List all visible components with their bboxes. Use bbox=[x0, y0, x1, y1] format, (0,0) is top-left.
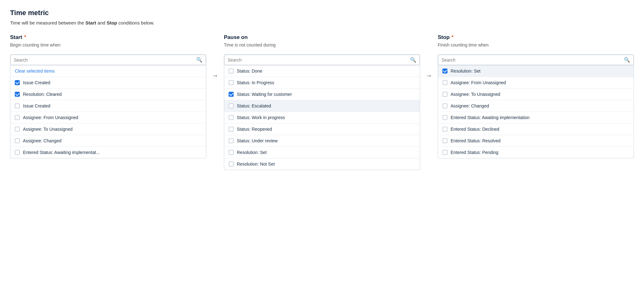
pause-search-input[interactable] bbox=[228, 58, 410, 63]
start-title: Start bbox=[10, 34, 22, 41]
stop-search-icon[interactable]: 🔍 bbox=[624, 57, 630, 63]
stop-checkbox-7[interactable] bbox=[442, 150, 447, 155]
page-subtitle: Time will be measured between the Start … bbox=[10, 20, 634, 25]
stop-checkbox-1[interactable] bbox=[442, 80, 447, 85]
stop-checkbox-3[interactable] bbox=[442, 103, 447, 108]
start-required: * bbox=[24, 35, 26, 40]
start-search-icon[interactable]: 🔍 bbox=[196, 57, 203, 63]
stop-required: * bbox=[452, 35, 453, 40]
pause-checkbox-4[interactable] bbox=[229, 115, 234, 120]
pause-item-6[interactable]: Status: Under review bbox=[224, 135, 420, 147]
start-item-6[interactable]: Entered Status: Awaiting implementat... bbox=[10, 147, 206, 158]
stop-item-2[interactable]: Assignee: To Unassigned bbox=[438, 89, 634, 100]
pause-checkbox-1[interactable] bbox=[229, 80, 234, 85]
stop-search-input[interactable] bbox=[441, 58, 624, 63]
pause-to-stop-arrow: → bbox=[420, 72, 438, 79]
start-list: Clear selected items Issue Created Resol… bbox=[10, 65, 206, 158]
start-checkbox-1[interactable] bbox=[15, 92, 20, 97]
start-search-input[interactable] bbox=[14, 58, 196, 63]
stop-item-label-5: Entered Status: Declined bbox=[451, 127, 499, 132]
pause-title: Pause on bbox=[224, 34, 248, 41]
pause-search-icon[interactable]: 🔍 bbox=[410, 57, 416, 63]
stop-description: Finish counting time when bbox=[438, 42, 634, 49]
start-header: Start * bbox=[10, 34, 206, 41]
start-checkbox-5[interactable] bbox=[15, 138, 20, 143]
pause-checkbox-2[interactable] bbox=[229, 92, 234, 97]
start-to-pause-arrow: → bbox=[206, 72, 224, 79]
start-search-container: 🔍 bbox=[10, 54, 206, 65]
pause-item-3[interactable]: Status: Escalated bbox=[224, 100, 420, 112]
stop-item-label-6: Entered Status: Resolved bbox=[451, 138, 501, 143]
pause-search-box: 🔍 bbox=[224, 55, 420, 65]
start-item-0[interactable]: Issue Created bbox=[10, 77, 206, 89]
pause-header: Pause on bbox=[224, 34, 420, 41]
start-item-2[interactable]: Issue Created bbox=[10, 100, 206, 112]
pause-item-label-8: Resolution: Not Set bbox=[237, 162, 275, 167]
start-item-label-4: Assignee: To Unassigned bbox=[23, 127, 73, 132]
pause-checkbox-5[interactable] bbox=[229, 127, 234, 132]
stop-item-4[interactable]: Entered Status: Awaiting implementation bbox=[438, 112, 634, 123]
start-item-3[interactable]: Assignee: From Unassigned bbox=[10, 112, 206, 123]
start-item-4[interactable]: Assignee: To Unassigned bbox=[10, 123, 206, 135]
start-description: Begin counting time when bbox=[10, 42, 206, 49]
start-item-label-2: Issue Created bbox=[23, 103, 50, 108]
start-checkbox-6[interactable] bbox=[15, 150, 20, 155]
pause-item-7[interactable]: Resolution: Set bbox=[224, 147, 420, 158]
stop-search-box: 🔍 bbox=[438, 55, 634, 65]
pause-checkbox-6[interactable] bbox=[229, 138, 234, 143]
stop-item-3[interactable]: Assignee: Changed bbox=[438, 100, 634, 112]
pause-checkbox-3[interactable] bbox=[229, 103, 234, 108]
pause-item-8[interactable]: Resolution: Not Set bbox=[224, 158, 420, 170]
pause-item-label-2: Status: Waiting for customer bbox=[237, 92, 292, 97]
start-item-label-1: Resolution: Cleared bbox=[23, 92, 62, 97]
pause-description: Time is not counted during bbox=[224, 42, 420, 49]
stop-search-container: 🔍 bbox=[438, 54, 634, 65]
pause-item-4[interactable]: Status: Work in progress bbox=[224, 112, 420, 123]
start-item-label-0: Issue Created bbox=[23, 80, 50, 85]
pause-item-label-3: Status: Escalated bbox=[237, 103, 271, 108]
stop-item-1[interactable]: Assignee: From Unassigned bbox=[438, 77, 634, 89]
start-checkbox-2[interactable] bbox=[15, 103, 20, 108]
start-checkbox-4[interactable] bbox=[15, 127, 20, 132]
pause-item-label-1: Status: In Progress bbox=[237, 80, 274, 85]
stop-checkbox-6[interactable] bbox=[442, 138, 447, 143]
stop-item-5[interactable]: Entered Status: Declined bbox=[438, 123, 634, 135]
stop-list: Resolution: Set Assignee: From Unassigne… bbox=[438, 65, 634, 158]
pause-item-label-6: Status: Under review bbox=[237, 138, 278, 143]
pause-item-label-5: Status: Reopened bbox=[237, 127, 272, 132]
start-search-box: 🔍 bbox=[10, 55, 206, 65]
stop-item-7[interactable]: Entered Status: Pending bbox=[438, 147, 634, 158]
stop-item-label-4: Entered Status: Awaiting implementation bbox=[451, 115, 530, 120]
start-item-1[interactable]: Resolution: Cleared bbox=[10, 89, 206, 100]
stop-checkbox-5[interactable] bbox=[442, 127, 447, 132]
pause-column: Pause on Time is not counted during 🔍 St… bbox=[224, 34, 420, 170]
start-checkbox-3[interactable] bbox=[15, 115, 20, 120]
pause-item-5[interactable]: Status: Reopened bbox=[224, 123, 420, 135]
start-item-label-6: Entered Status: Awaiting implementat... bbox=[23, 150, 100, 155]
pause-checkbox-7[interactable] bbox=[229, 150, 234, 155]
stop-item-6[interactable]: Entered Status: Resolved bbox=[438, 135, 634, 147]
stop-item-0[interactable]: Resolution: Set bbox=[438, 65, 634, 77]
stop-checkbox-0[interactable] bbox=[442, 69, 447, 74]
clear-selected-button[interactable]: Clear selected items bbox=[10, 65, 206, 77]
stop-item-label-0: Resolution: Set bbox=[451, 69, 480, 74]
pause-item-1[interactable]: Status: In Progress bbox=[224, 77, 420, 89]
start-column: Start * Begin counting time when 🔍 Clear… bbox=[10, 34, 206, 158]
start-item-label-3: Assignee: From Unassigned bbox=[23, 115, 78, 120]
stop-checkbox-2[interactable] bbox=[442, 92, 447, 97]
pause-item-label-7: Resolution: Set bbox=[237, 150, 267, 155]
pause-item-2[interactable]: Status: Waiting for customer bbox=[224, 89, 420, 100]
stop-item-label-3: Assignee: Changed bbox=[451, 103, 489, 108]
stop-header: Stop * bbox=[438, 34, 634, 41]
metric-columns: Start * Begin counting time when 🔍 Clear… bbox=[10, 34, 634, 170]
pause-checkbox-8[interactable] bbox=[229, 162, 234, 167]
page-title: Time metric bbox=[10, 9, 634, 17]
stop-checkbox-4[interactable] bbox=[442, 115, 447, 120]
start-checkbox-0[interactable] bbox=[15, 80, 20, 85]
stop-item-label-7: Entered Status: Pending bbox=[451, 150, 498, 155]
pause-item-label-4: Status: Work in progress bbox=[237, 115, 285, 120]
stop-title: Stop bbox=[438, 34, 450, 41]
pause-checkbox-0[interactable] bbox=[229, 69, 234, 74]
pause-item-0[interactable]: Status: Done bbox=[224, 65, 420, 77]
start-item-5[interactable]: Assignee: Changed bbox=[10, 135, 206, 147]
